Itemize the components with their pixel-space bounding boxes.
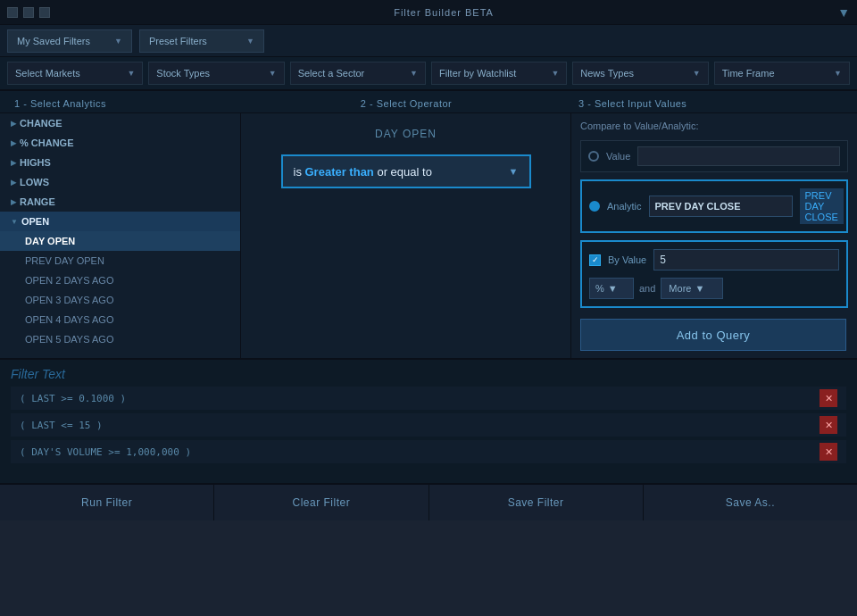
operator-analytics-label: DAY OPEN <box>375 128 437 140</box>
maximize-button[interactable] <box>23 7 34 18</box>
title-bar: Filter Builder BETA ▼ <box>0 0 857 25</box>
tree-label-change: CHANGE <box>20 118 62 129</box>
analytic-row: Analytic PREV DAY CLOSE <box>589 188 839 224</box>
value-option-row[interactable]: Value <box>580 140 848 172</box>
tree-item-pctchange[interactable]: ▶ % CHANGE <box>0 133 240 153</box>
window-controls[interactable] <box>7 7 50 18</box>
operator-text: is Greater than or equal to <box>294 165 432 179</box>
tree-item-open-2days[interactable]: OPEN 2 DAYS AGO <box>0 271 240 290</box>
select-markets-arrow: ▼ <box>127 69 135 78</box>
value-radio[interactable] <box>588 151 599 162</box>
input-panel-title: Compare to Value/Analytic: <box>580 121 848 131</box>
tree-item-day-open[interactable]: DAY OPEN <box>0 231 240 251</box>
watchlist-dropdown[interactable]: Filter by Watchlist ▼ <box>431 62 567 85</box>
close-button[interactable] <box>39 7 50 18</box>
save-filter-button[interactable]: Save Filter <box>429 485 644 520</box>
tree-item-change[interactable]: ▶ CHANGE <box>0 113 240 133</box>
tree-arrow-pctchange: ▶ <box>11 139 16 147</box>
select-markets-dropdown[interactable]: Select Markets ▼ <box>7 62 143 85</box>
tree-label-open-3days: OPEN 3 DAYS AGO <box>25 295 113 305</box>
tree-label-open-2days: OPEN 2 DAYS AGO <box>25 275 113 286</box>
analytic-option-box[interactable]: Analytic PREV DAY CLOSE <box>580 179 848 233</box>
news-types-dropdown[interactable]: News Types ▼ <box>572 62 708 85</box>
and-label: and <box>639 283 655 294</box>
tree-arrow-change: ▶ <box>11 120 16 128</box>
select-sector-dropdown[interactable]: Select a Sector ▼ <box>290 62 426 85</box>
unit-arrow: ▼ <box>608 283 618 294</box>
tree-item-open[interactable]: ▼ OPEN <box>0 212 240 231</box>
stock-types-arrow: ▼ <box>269 69 277 78</box>
filter-row-text-1: ( LAST <= 15 ) <box>20 420 820 431</box>
analytics-panel-header: 1 - Select Analytics <box>0 98 241 109</box>
tree-arrow-open: ▼ <box>11 218 18 226</box>
filter-row-text-2: ( DAY'S VOLUME >= 1,000,000 ) <box>20 446 820 458</box>
stock-types-label: Stock Types <box>156 68 210 79</box>
analytic-value-display[interactable]: PREV DAY CLOSE <box>800 188 844 224</box>
operator-bold-text: Greater than <box>305 165 374 179</box>
preset-filters-arrow: ▼ <box>246 37 254 46</box>
preset-filters-label: Preset Filters <box>149 36 207 46</box>
tree-label-prev-day-open: PREV DAY OPEN <box>25 255 104 266</box>
tree-arrow-highs: ▶ <box>11 159 16 167</box>
filter-row-0: ( LAST >= 0.1000 ) ✕ <box>11 387 846 410</box>
news-types-arrow: ▼ <box>693 69 701 78</box>
tree-arrow-lows: ▶ <box>11 179 16 187</box>
input-panel: Compare to Value/Analytic: Value Analyti… <box>571 113 857 358</box>
tree-label-range: RANGE <box>20 196 55 207</box>
preset-filters-dropdown[interactable]: Preset Filters ▼ <box>139 29 264 53</box>
by-value-box[interactable]: ✓ By Value % ▼ and More ▼ <box>580 240 848 308</box>
tree-item-range[interactable]: ▶ RANGE <box>0 192 240 212</box>
analytic-value-input[interactable] <box>649 196 793 217</box>
by-value-checkbox[interactable]: ✓ <box>589 254 601 266</box>
filter-close-2[interactable]: ✕ <box>820 443 837 461</box>
filter-close-1[interactable]: ✕ <box>820 416 837 434</box>
tree-label-lows: LOWS <box>20 177 49 187</box>
value-option-input[interactable] <box>637 146 840 166</box>
minimize-button[interactable] <box>7 7 18 18</box>
filter-close-0[interactable]: ✕ <box>820 389 837 407</box>
tree-item-open-5days[interactable]: OPEN 5 DAYS AGO <box>0 329 240 349</box>
value-option-label: Value <box>606 151 630 162</box>
filter-icon: ▼ <box>837 5 850 20</box>
tree-item-open-4days[interactable]: OPEN 4 DAYS AGO <box>0 310 240 329</box>
operator-select-wrapper: is Greater than or equal to ▼ <box>281 154 531 188</box>
by-value-input[interactable] <box>653 249 839 271</box>
watchlist-label: Filter by Watchlist <box>439 68 516 79</box>
tree-arrow-range: ▶ <box>11 198 16 206</box>
clear-filter-button[interactable]: Clear Filter <box>214 485 428 520</box>
analytics-panel[interactable]: ▶ CHANGE ▶ % CHANGE ▶ HIGHS ▶ LOWS ▶ RAN… <box>0 113 241 358</box>
panel-headers: 1 - Select Analytics 2 - Select Operator… <box>0 91 857 113</box>
news-types-label: News Types <box>580 68 634 79</box>
run-filter-button[interactable]: Run Filter <box>0 485 214 520</box>
main-panels: ▶ CHANGE ▶ % CHANGE ▶ HIGHS ▶ LOWS ▶ RAN… <box>0 113 857 358</box>
save-as-button[interactable]: Save As.. <box>644 485 857 520</box>
operator-dropdown-arrow: ▼ <box>509 166 519 177</box>
watchlist-arrow: ▼ <box>551 69 559 78</box>
tree-label-open: OPEN <box>21 216 49 227</box>
stock-types-dropdown[interactable]: Stock Types ▼ <box>148 62 284 85</box>
tree-item-lows[interactable]: ▶ LOWS <box>0 172 240 192</box>
operator-panel-header: 2 - Select Operator <box>241 98 571 109</box>
time-frame-dropdown[interactable]: Time Frame ▼ <box>714 62 850 85</box>
time-frame-label: Time Frame <box>722 68 775 79</box>
filter-bar: Select Markets ▼ Stock Types ▼ Select a … <box>0 57 857 91</box>
tree-label-day-open: DAY OPEN <box>25 236 75 246</box>
tree-label-open-4days: OPEN 4 DAYS AGO <box>25 314 113 325</box>
more-label: More <box>669 283 691 294</box>
unit-dropdown[interactable]: % ▼ <box>589 278 634 299</box>
tree-label-pctchange: % CHANGE <box>20 137 74 148</box>
filter-row-text-0: ( LAST >= 0.1000 ) <box>20 393 820 404</box>
select-markets-label: Select Markets <box>15 68 80 79</box>
more-dropdown[interactable]: More ▼ <box>661 278 723 299</box>
filter-row-1: ( LAST <= 15 ) ✕ <box>11 413 846 437</box>
saved-filters-dropdown[interactable]: My Saved Filters ▼ <box>7 29 132 53</box>
tree-item-prev-day-open[interactable]: PREV DAY OPEN <box>0 251 240 271</box>
tree-item-open-3days[interactable]: OPEN 3 DAYS AGO <box>0 290 240 310</box>
add-to-query-button[interactable]: Add to Query <box>580 319 846 351</box>
app-title: Filter Builder BETA <box>394 7 494 18</box>
saved-filters-label: My Saved Filters <box>17 36 90 46</box>
tree-item-highs[interactable]: ▶ HIGHS <box>0 153 240 172</box>
operator-select[interactable]: is Greater than or equal to ▼ <box>281 154 531 188</box>
time-frame-arrow: ▼ <box>834 69 842 78</box>
analytic-radio[interactable] <box>589 201 600 212</box>
